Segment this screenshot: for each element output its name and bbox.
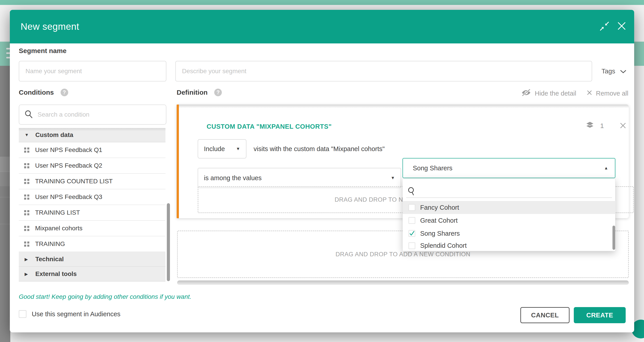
audiences-label: Use this segment in Audiences — [32, 310, 120, 318]
tags-label: Tags — [602, 68, 615, 75]
condition-search-input[interactable] — [38, 111, 161, 118]
layer-count: 1 — [600, 122, 604, 130]
group-label: Custom data — [35, 131, 73, 139]
search-underline — [406, 197, 612, 198]
operator-value: is among the values — [204, 174, 262, 182]
include-value: Include — [204, 145, 225, 153]
layers-icon — [586, 121, 594, 131]
dropdown-search[interactable] — [403, 179, 616, 198]
condition-item[interactable]: User NPS Feedback Q3 — [19, 189, 166, 205]
condition-item[interactable]: TRAINING COUNTED LIST — [19, 174, 166, 189]
eye-slash-icon — [521, 89, 531, 98]
value-selected: Song Sharers — [413, 165, 452, 172]
help-icon[interactable]: ? — [60, 89, 68, 96]
condition-item[interactable]: TRAINING LIST — [19, 205, 166, 221]
conditions-list: ▼ Custom data User NPS Feedback Q1 User … — [19, 128, 166, 281]
help-icon[interactable]: ? — [214, 89, 222, 96]
checkbox-unchecked[interactable] — [408, 217, 415, 224]
remove-all-label: Remove all — [596, 90, 628, 97]
close-icon[interactable] — [616, 21, 627, 32]
audiences-checkbox[interactable] — [19, 310, 26, 318]
condition-item-label: User NPS Feedback Q2 — [35, 162, 102, 169]
dropdown-option[interactable]: Splendid Cohort — [403, 240, 616, 251]
dropdown-option[interactable]: Great Cohort — [403, 214, 616, 227]
sidebar-divider — [0, 197, 10, 197]
conditions-scrollbar[interactable] — [167, 203, 170, 281]
condition-item-label: Mixpanel cohorts — [35, 225, 82, 232]
condition-item[interactable]: TRAINING — [19, 236, 166, 252]
condition-item-label: TRAINING COUNTED LIST — [35, 178, 113, 185]
segment-description-input[interactable] — [175, 61, 592, 82]
drag-handle-icon — [24, 226, 29, 231]
condition-item-label: User NPS Feedback Q1 — [35, 146, 102, 154]
search-icon — [408, 187, 416, 196]
drag-handle-icon — [24, 163, 29, 168]
option-label: Great Cohort — [420, 217, 458, 224]
hide-detail-label: Hide the detail — [535, 90, 576, 97]
modal-title: New segment — [20, 10, 79, 44]
x-icon — [586, 90, 592, 97]
dropzone-hint: DRAG AND DROP TO ADD A NEW CONDITION — [336, 251, 470, 258]
value-dropdown-panel: Fancy Cohort Great Cohort Song Sharers S… — [402, 178, 616, 251]
triangle-right-icon: ▶ — [24, 257, 30, 262]
operator-dropdown[interactable]: is among the values ▼ — [198, 168, 401, 188]
condition-sentence: visits with the custom data "Mixpanel co… — [254, 139, 384, 158]
dropdown-option[interactable]: Fancy Cohort — [403, 201, 616, 214]
checkbox-checked[interactable] — [408, 230, 415, 237]
app-top-strip — [0, 0, 644, 5]
include-dropdown[interactable]: Include ▼ — [198, 139, 246, 158]
drag-handle-icon — [24, 179, 29, 184]
segment-name-label: Segment name — [19, 47, 66, 55]
check-icon — [409, 230, 415, 237]
sidebar-row — [0, 157, 10, 171]
create-button[interactable]: CREATE — [574, 307, 626, 323]
option-label: Fancy Cohort — [420, 204, 459, 211]
definition-hscrollbar[interactable] — [177, 280, 629, 285]
dropdown-scrollbar[interactable] — [612, 226, 615, 250]
value-dropdown[interactable]: Song Sharers ▲ — [402, 158, 616, 178]
chevron-down-icon — [620, 68, 626, 75]
search-icon — [24, 110, 33, 120]
dropdown-option[interactable]: Song Sharers — [403, 227, 616, 240]
caret-down-icon: ▼ — [236, 146, 240, 151]
tags-dropdown[interactable]: Tags — [602, 61, 626, 82]
app-sidebar-dimmed — [0, 66, 10, 342]
triangle-right-icon: ▶ — [24, 271, 30, 277]
condition-search — [19, 105, 166, 125]
condition-item-label: User NPS Feedback Q3 — [35, 193, 102, 201]
caret-up-icon: ▲ — [604, 166, 608, 171]
conditions-heading: Conditions — [19, 89, 54, 96]
condition-item[interactable]: Mixpanel cohorts — [19, 221, 166, 236]
card-top-shadow — [179, 105, 629, 108]
checkbox-unchecked[interactable] — [408, 242, 415, 249]
modal-header: New segment — [10, 10, 634, 44]
screen: New segment Segment name Tags — [0, 0, 644, 342]
cancel-button[interactable]: CANCEL — [520, 307, 570, 323]
triangle-down-icon: ▼ — [24, 133, 30, 137]
group-label: External tools — [35, 270, 77, 277]
drag-handle-icon — [24, 148, 29, 153]
condition-item[interactable]: User NPS Feedback Q2 — [19, 158, 166, 174]
checkbox-unchecked[interactable] — [408, 204, 415, 211]
condition-item[interactable]: User NPS Feedback Q1 — [19, 142, 166, 158]
sidebar-divider — [0, 224, 10, 224]
condition-item-label: TRAINING LIST — [35, 209, 80, 216]
remove-condition-icon[interactable] — [620, 122, 626, 130]
drag-handle-icon — [24, 241, 29, 247]
new-segment-modal: New segment Segment name Tags — [10, 10, 634, 332]
group-external-tools[interactable]: ▶ External tools — [19, 267, 166, 281]
collapse-icon[interactable] — [599, 21, 610, 32]
condition-item-label: TRAINING — [35, 240, 65, 247]
group-custom-data[interactable]: ▼ Custom data — [19, 128, 166, 142]
caret-down-icon: ▼ — [391, 175, 395, 180]
group-label: Technical — [35, 256, 64, 263]
definition-heading: Definition — [177, 89, 208, 96]
remove-all-button[interactable]: Remove all — [586, 90, 628, 97]
hide-detail-button[interactable]: Hide the detail — [521, 89, 576, 98]
option-label: Song Sharers — [420, 230, 460, 237]
card-accent-bar — [177, 105, 179, 218]
drag-handle-icon — [24, 210, 29, 215]
condition-card-title: CUSTOM DATA "MIXPANEL COHORTS" — [206, 123, 332, 130]
group-technical[interactable]: ▶ Technical — [19, 252, 166, 267]
segment-name-input[interactable] — [19, 61, 166, 82]
